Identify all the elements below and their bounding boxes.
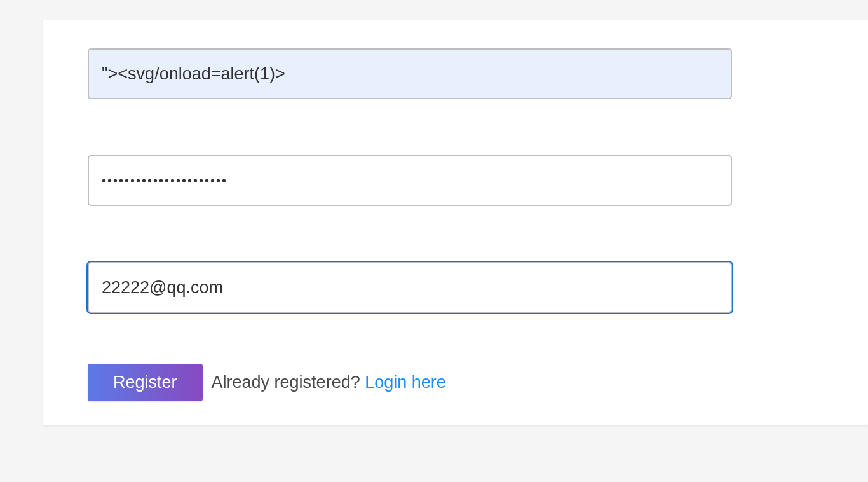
email-group	[88, 262, 732, 313]
action-row: Register Already registered? Login here	[88, 364, 732, 401]
password-input[interactable]	[88, 155, 732, 206]
already-registered-prompt: Already registered? Login here	[212, 373, 446, 392]
username-input[interactable]	[88, 48, 732, 99]
already-registered-text: Already registered?	[212, 373, 365, 392]
login-link[interactable]: Login here	[365, 373, 446, 392]
email-input[interactable]	[88, 262, 732, 313]
username-group	[88, 48, 732, 99]
password-group	[88, 155, 732, 206]
register-button[interactable]: Register	[88, 364, 203, 401]
registration-form-container: Register Already registered? Login here	[43, 20, 868, 425]
